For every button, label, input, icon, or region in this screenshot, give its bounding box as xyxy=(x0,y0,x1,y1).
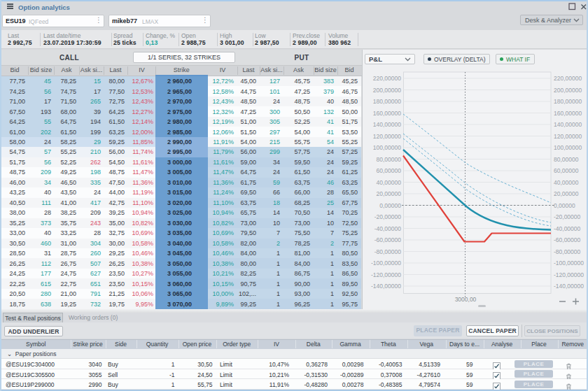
svg-text:180,00000: 180,00000 xyxy=(373,98,401,105)
svg-text:-20,00000: -20,00000 xyxy=(554,213,581,220)
svg-text:120,00000: 120,00000 xyxy=(554,133,582,140)
svg-text:20,00000: 20,00000 xyxy=(377,190,402,197)
svg-text:-120,00000: -120,00000 xyxy=(371,271,401,278)
svg-text:-80,00000: -80,00000 xyxy=(554,248,581,255)
svg-text:40,00000: 40,00000 xyxy=(554,179,579,186)
svg-text:-120,00000: -120,00000 xyxy=(554,271,584,278)
svg-text:-40,00000: -40,00000 xyxy=(374,225,402,232)
svg-text:100,00000: 100,00000 xyxy=(373,144,401,151)
svg-text:220,00000: 220,00000 xyxy=(373,75,401,82)
svg-text:-140,00000: -140,00000 xyxy=(371,283,401,290)
svg-text:140,00000: 140,00000 xyxy=(373,121,401,128)
svg-text:160,00000: 160,00000 xyxy=(554,110,582,117)
svg-text:80,00000: 80,00000 xyxy=(554,156,579,163)
svg-text:0,00000: 0,00000 xyxy=(554,202,575,209)
svg-text:200,00000: 200,00000 xyxy=(554,87,582,94)
svg-text:140,00000: 140,00000 xyxy=(554,121,582,128)
svg-text:60,00000: 60,00000 xyxy=(377,167,402,174)
svg-text:-60,00000: -60,00000 xyxy=(374,236,402,243)
svg-text:200,00000: 200,00000 xyxy=(373,87,401,94)
svg-text:180,00000: 180,00000 xyxy=(554,98,582,105)
svg-text:160,00000: 160,00000 xyxy=(373,110,401,117)
svg-text:-140,00000: -140,00000 xyxy=(554,283,584,290)
svg-text:-100,00000: -100,00000 xyxy=(371,260,401,266)
svg-text:80,00000: 80,00000 xyxy=(377,156,402,163)
svg-text:120,00000: 120,00000 xyxy=(373,133,401,140)
svg-text:40,00000: 40,00000 xyxy=(377,179,402,186)
svg-text:-80,00000: -80,00000 xyxy=(374,248,402,255)
svg-text:3000,00: 3000,00 xyxy=(455,296,477,303)
svg-text:-20,00000: -20,00000 xyxy=(374,213,402,220)
svg-text:100,00000: 100,00000 xyxy=(554,144,582,151)
svg-text:220,00000: 220,00000 xyxy=(554,75,582,82)
svg-text:60,00000: 60,00000 xyxy=(554,167,579,174)
svg-text:-40,00000: -40,00000 xyxy=(554,225,581,232)
svg-text:-60,00000: -60,00000 xyxy=(554,236,581,243)
svg-text:0,00000: 0,00000 xyxy=(379,202,401,209)
svg-text:20,00000: 20,00000 xyxy=(554,190,579,197)
svg-text:-100,00000: -100,00000 xyxy=(554,260,584,266)
